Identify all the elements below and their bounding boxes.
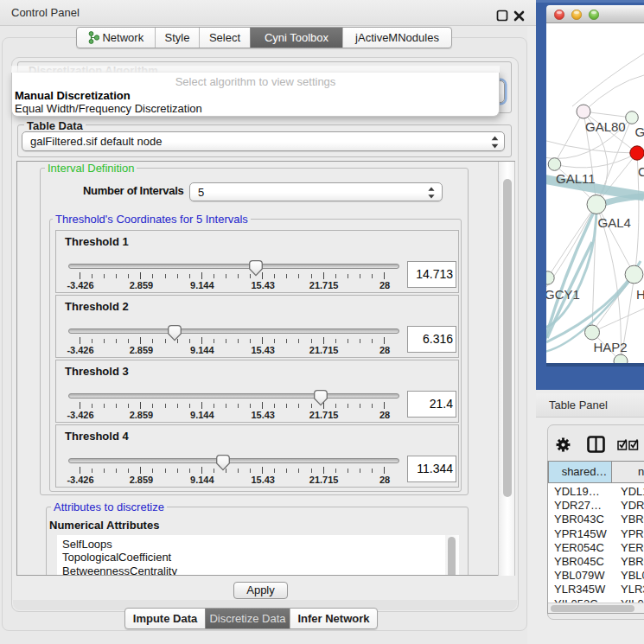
- svg-text:C: C: [638, 164, 644, 179]
- svg-text:HAP2: HAP2: [594, 340, 628, 354]
- svg-text:GAL11: GAL11: [556, 171, 596, 186]
- svg-text:GCY1: GCY1: [546, 287, 580, 302]
- svg-text:GA: GA: [635, 124, 644, 139]
- svg-text:H: H: [636, 287, 644, 302]
- svg-text:GAL80: GAL80: [585, 119, 626, 134]
- svg-text:GAL4: GAL4: [598, 215, 631, 230]
